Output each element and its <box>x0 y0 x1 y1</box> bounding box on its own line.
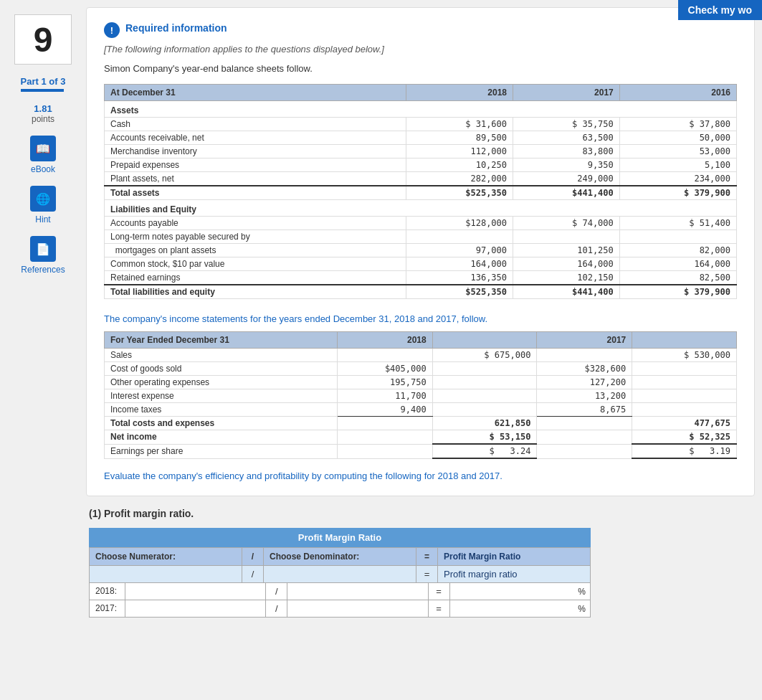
profit-result-label-row: / = Profit margin ratio <box>89 566 591 583</box>
balance-sheet-table: At December 31 2018 2017 2016 Assets Cas… <box>104 84 737 299</box>
profit-2018-denominator-cell[interactable] <box>287 583 428 600</box>
profit-result-label: Profit margin ratio <box>438 566 590 582</box>
col-eq-header: = <box>416 548 438 565</box>
profit-2017-result-cell[interactable]: % <box>450 600 590 617</box>
bs-mortgage: mortgages on plant assets 97,000 101,250… <box>105 244 737 257</box>
profit-2017-denominator-cell[interactable] <box>287 600 428 617</box>
part-label: Part 1 of 3 <box>21 76 66 87</box>
hint-icon: 🌐 <box>30 186 56 212</box>
profit-margin-table: Profit Margin Ratio Choose Numerator: / … <box>89 528 591 618</box>
required-info-title: Required information <box>125 22 227 34</box>
profit-2017-label: 2017: <box>90 600 125 617</box>
col-numerator-header: Choose Numerator: <box>90 548 242 565</box>
profit-2018-result-cell[interactable]: % <box>450 583 590 600</box>
bs-ap: Accounts payable $128,000 $ 74,000 $ 51,… <box>105 217 737 230</box>
question1-section: (1) Profit margin ratio. Profit Margin R… <box>86 508 755 618</box>
col-div-header: / <box>242 548 264 565</box>
is-opex-row: Other operating expenses 195,750 127,200 <box>105 376 737 389</box>
bs-plant: Plant assets, net 282,000 249,000 234,00… <box>105 172 737 186</box>
hint-button[interactable]: 🌐 Hint <box>30 186 56 224</box>
points-label: points <box>32 114 54 124</box>
profit-2017-pct: % <box>578 604 589 614</box>
profit-2017-result-input[interactable] <box>452 602 578 615</box>
bs-col-label: At December 31 <box>105 85 406 101</box>
profit-2017-denominator-input[interactable] <box>289 602 426 615</box>
part-progress-bar <box>21 89 64 92</box>
bs-row-label: Cash <box>105 118 406 131</box>
bs-cash-2017: $ 35,750 <box>513 118 620 131</box>
assets-header: Assets <box>105 101 737 118</box>
bs-total-liab-row: Total liabilities and equity $525,350 $4… <box>105 285 737 299</box>
is-total-row: Total costs and expenses 621,850 477,675 <box>105 417 737 430</box>
required-info-note: [The following information applies to th… <box>104 44 737 55</box>
balance-sheet-intro: Simon Company's year-end balance sheets … <box>104 63 737 74</box>
profit-table-title: Profit Margin Ratio <box>89 528 591 547</box>
profit-2018-label: 2018: <box>90 583 125 600</box>
profit-2018-row: 2018: / = % <box>89 583 591 600</box>
bs-total-assets-row: Total assets $525,350 $441,400 $ 379,900 <box>105 186 737 200</box>
bs-prepaid: Prepaid expenses 10,250 9,350 5,100 <box>105 159 737 172</box>
profit-2017-numerator-input[interactable] <box>127 602 264 615</box>
is-taxes-row: Income taxes 9,400 8,675 <box>105 403 737 417</box>
ebook-icon: 📖 <box>30 136 56 161</box>
profit-subheader-row: Choose Numerator: / Choose Denominator: … <box>89 547 591 566</box>
is-eps-row: Earnings per share $ 3.24 $ 3.19 <box>105 444 737 458</box>
bs-ar: Accounts receivable, net 89,500 63,500 5… <box>105 131 737 145</box>
profit-2018-pct: % <box>578 587 589 597</box>
profit-denominator-placeholder <box>264 566 416 582</box>
is-interest-row: Interest expense 11,700 13,200 <box>105 389 737 403</box>
col-result-header: Profit Margin Ratio <box>438 548 590 565</box>
left-sidebar: 9 Part 1 of 3 1.81 points 📖 eBook 🌐 Hint… <box>0 7 86 700</box>
profit-2018-denominator-input[interactable] <box>289 585 426 597</box>
evaluate-text: Evaluate the company's efficiency and pr… <box>104 470 737 481</box>
liab-header: Liabilities and Equity <box>105 200 737 217</box>
bs-inventory: Merchandise inventory 112,000 83,800 53,… <box>105 145 737 159</box>
profit-2018-numerator-cell[interactable] <box>125 583 266 600</box>
bs-col-2016: 2016 <box>619 85 736 101</box>
required-info-card: ! Required information [The following in… <box>86 7 755 496</box>
bs-col-2018: 2018 <box>406 85 513 101</box>
question1-label: (1) Profit margin ratio. <box>89 508 755 519</box>
is-cogs-row: Cost of goods sold $405,000 $328,600 <box>105 362 737 376</box>
profit-2018-result-input[interactable] <box>452 585 578 598</box>
bs-ltn-label: Long-term notes payable secured by <box>105 230 737 244</box>
bs-col-2017: 2017 <box>513 85 620 101</box>
profit-2017-numerator-cell[interactable] <box>125 600 266 617</box>
profit-numerator-placeholder <box>90 566 242 582</box>
bs-common-stock: Common stock, $10 par value 164,000 164,… <box>105 257 737 271</box>
col-denominator-header: Choose Denominator: <box>264 548 416 565</box>
ebook-button[interactable]: 📖 eBook <box>30 136 56 174</box>
bs-retained: Retained earnings 136,350 102,150 82,500 <box>105 271 737 285</box>
points-value: 1.81 <box>32 103 54 114</box>
main-content: ! Required information [The following in… <box>86 7 762 700</box>
info-icon: ! <box>104 22 120 38</box>
profit-2018-numerator-input[interactable] <box>127 585 264 597</box>
ebook-label: eBook <box>31 164 55 174</box>
question-number: 9 <box>14 14 72 65</box>
bs-cash-2018: $ 31,600 <box>406 118 513 131</box>
bs-cash-2016: $ 37,800 <box>619 118 736 131</box>
references-label: References <box>21 265 65 275</box>
is-net-income-row: Net income $ 53,150 $ 52,325 <box>105 430 737 445</box>
references-icon: 📄 <box>30 236 56 262</box>
income-stmt-intro: The company's income statements for the … <box>104 313 737 324</box>
references-button[interactable]: 📄 References <box>21 236 65 275</box>
hint-label: Hint <box>35 214 50 224</box>
is-sales-row: Sales $ 675,000 $ 530,000 <box>105 349 737 362</box>
check-my-work-button[interactable]: Check my wo <box>678 0 762 20</box>
bs-asset-cash: Cash $ 31,600 $ 35,750 $ 37,800 <box>105 118 737 131</box>
profit-2017-row: 2017: / = % <box>89 600 591 618</box>
income-statement-table: For Year Ended December 31 2018 2017 Sal… <box>104 331 737 459</box>
